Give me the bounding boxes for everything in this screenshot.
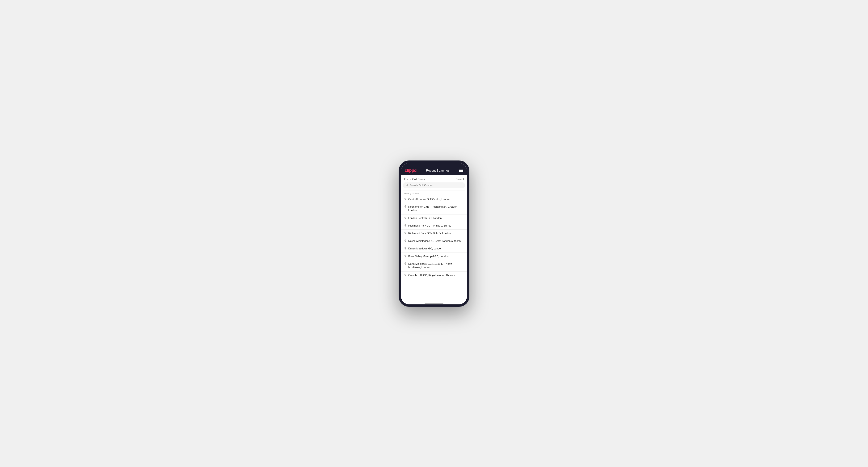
location-pin-icon [404, 224, 406, 227]
search-input-wrapper [403, 182, 465, 188]
svg-point-0 [406, 184, 408, 186]
search-input[interactable] [410, 184, 462, 187]
list-item[interactable]: Richmond Park GC - Prince's, Surrey [401, 222, 467, 229]
hamburger-menu-button[interactable] [459, 169, 463, 172]
course-name: Dukes Meadows GC, London [408, 247, 442, 250]
location-pin-icon [404, 232, 406, 235]
list-item[interactable]: Roehampton Club - Roehampton, Greater Lo… [401, 203, 467, 215]
location-pin-icon [404, 240, 406, 243]
list-item[interactable]: Royal Wimbledon GC, Great London Authori… [401, 238, 467, 245]
course-name: Richmond Park GC - Duke's, London [408, 231, 451, 235]
course-name: London Scottish GC, London [408, 216, 441, 220]
location-pin-icon [404, 205, 406, 208]
course-name: Roehampton Club - Roehampton, Greater Lo… [408, 205, 464, 212]
svg-line-1 [408, 185, 408, 186]
course-name: Richmond Park GC - Prince's, Surrey [408, 224, 451, 227]
phone-frame: clippd Recent Searches Find a Golf Cours… [399, 160, 469, 307]
location-pin-icon [404, 217, 406, 220]
list-item[interactable]: London Scottish GC, London [401, 215, 467, 222]
search-icon [406, 184, 408, 187]
app-content: Find a Golf Course Cancel Nearby c [401, 175, 467, 304]
find-bar: Find a Golf Course Cancel [401, 175, 467, 182]
course-name: North Middlesex GC (1011942 - North Midd… [408, 262, 464, 270]
location-pin-icon [404, 198, 406, 201]
list-item[interactable]: Richmond Park GC - Duke's, London [401, 229, 467, 237]
location-pin-icon [404, 247, 406, 250]
header-title: Recent Searches [426, 169, 450, 172]
search-container [401, 182, 467, 190]
location-pin-icon [404, 274, 406, 277]
list-item[interactable]: Central London Golf Centre, London [401, 196, 467, 203]
course-name: Central London Golf Centre, London [408, 197, 450, 201]
course-name: Brent Valley Municipal GC, London [408, 255, 448, 258]
list-item[interactable]: Dukes Meadows GC, London [401, 245, 467, 252]
app-logo: clippd [405, 168, 416, 173]
list-item[interactable]: Coombe Hill GC, Kingston upon Thames [401, 272, 467, 279]
list-item[interactable]: North Middlesex GC (1011942 - North Midd… [401, 260, 467, 272]
home-indicator [401, 301, 467, 304]
find-label: Find a Golf Course [404, 178, 426, 181]
cancel-button[interactable]: Cancel [456, 178, 464, 181]
course-name: Royal Wimbledon GC, Great London Authori… [408, 239, 461, 243]
list-item[interactable]: Brent Valley Municipal GC, London [401, 253, 467, 260]
phone-screen: clippd Recent Searches Find a Golf Cours… [401, 163, 467, 304]
nearby-section-label: Nearby courses [401, 190, 467, 196]
course-list: Central London Golf Centre, London Roeha… [401, 196, 467, 301]
location-pin-icon [404, 262, 406, 266]
course-name: Coombe Hill GC, Kingston upon Thames [408, 274, 455, 277]
location-pin-icon [404, 255, 406, 258]
app-header: clippd Recent Searches [401, 166, 467, 175]
notch-area [401, 163, 467, 166]
home-bar [425, 303, 443, 304]
